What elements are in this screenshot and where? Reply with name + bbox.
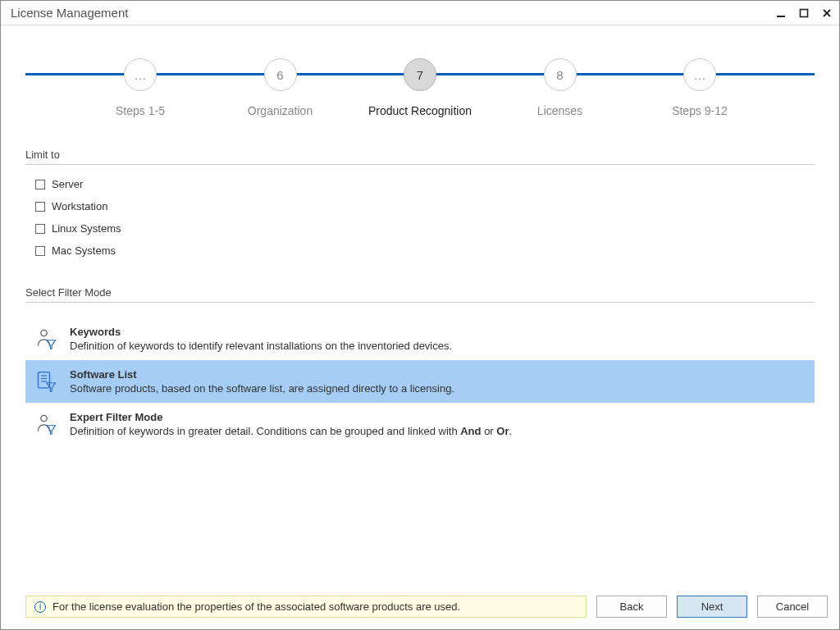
step-circle: 8: [544, 58, 577, 91]
checkbox-icon[interactable]: [35, 224, 45, 234]
checkbox-workstation[interactable]: Workstation: [34, 195, 815, 217]
person-funnel-icon: [35, 413, 58, 436]
cancel-button[interactable]: Cancel: [757, 596, 828, 618]
checkbox-label: Linux Systems: [52, 222, 121, 235]
person-funnel-icon: [35, 327, 58, 350]
back-button[interactable]: Back: [596, 596, 667, 618]
checkbox-icon[interactable]: [35, 246, 45, 256]
maximize-icon[interactable]: [798, 7, 810, 19]
step-organization[interactable]: 6 Organization: [215, 50, 346, 117]
step-label: Organization: [248, 104, 313, 117]
checkbox-label: Mac Systems: [52, 244, 116, 257]
limit-header: Limit to: [25, 148, 815, 165]
filter-desc: Definition of keywords to identify relev…: [70, 340, 452, 352]
window-title: License Management: [11, 6, 128, 20]
filter-title: Keywords: [70, 326, 452, 338]
next-button[interactable]: Next: [677, 596, 747, 618]
step-circle: …: [683, 58, 716, 91]
filter-header: Select Filter Mode: [25, 286, 815, 303]
filter-option-expert[interactable]: Expert Filter Mode Definition of keyword…: [25, 403, 815, 445]
filter-desc: Software products, based on the software…: [70, 382, 454, 395]
checkbox-label: Workstation: [52, 200, 107, 212]
step-product-recognition[interactable]: 7 Product Recognition: [354, 50, 486, 117]
info-text: For the license evaluation the propertie…: [52, 600, 460, 613]
checkbox-linux[interactable]: Linux Systems: [34, 217, 815, 240]
checkbox-icon[interactable]: [35, 180, 45, 189]
step-label: Product Recognition: [368, 104, 472, 117]
step-circle: …: [124, 58, 157, 91]
footer: i For the license evaluation the propert…: [1, 587, 839, 629]
filter-title: Software List: [70, 368, 454, 381]
svg-point-4: [41, 330, 47, 336]
svg-rect-5: [39, 372, 50, 388]
filter-title: Expert Filter Mode: [70, 411, 512, 423]
step-circle: 6: [264, 58, 297, 91]
titlebar: License Management: [1, 1, 839, 25]
svg-point-9: [41, 415, 47, 421]
step-label: Steps 1-5: [116, 104, 165, 117]
filter-option-keywords[interactable]: Keywords Definition of keywords to ident…: [25, 317, 815, 360]
checkbox-mac[interactable]: Mac Systems: [34, 240, 815, 262]
info-bar: i For the license evaluation the propert…: [25, 596, 587, 618]
step-licenses[interactable]: 8 Licenses: [495, 50, 626, 117]
wizard-stepper: … Steps 1-5 6 Organization 7 Product Rec…: [25, 50, 815, 132]
step-label: Steps 9-12: [672, 104, 728, 117]
step-1-5[interactable]: … Steps 1-5: [75, 50, 206, 117]
svg-rect-0: [777, 16, 785, 17]
checkbox-icon[interactable]: [35, 202, 45, 212]
step-9-12[interactable]: … Steps 9-12: [634, 50, 765, 117]
step-circle: 7: [404, 58, 436, 91]
checkbox-label: Server: [52, 178, 83, 190]
filter-option-software-list[interactable]: Software List Software products, based o…: [25, 360, 815, 403]
minimize-icon[interactable]: [775, 7, 787, 19]
info-icon: i: [34, 601, 46, 613]
close-icon[interactable]: [821, 7, 833, 19]
list-funnel-icon: [35, 370, 58, 393]
svg-rect-1: [801, 9, 808, 16]
step-label: Licenses: [537, 104, 582, 117]
checkbox-server[interactable]: Server: [34, 173, 815, 195]
filter-desc: Definition of keywords in greater detail…: [70, 425, 512, 437]
